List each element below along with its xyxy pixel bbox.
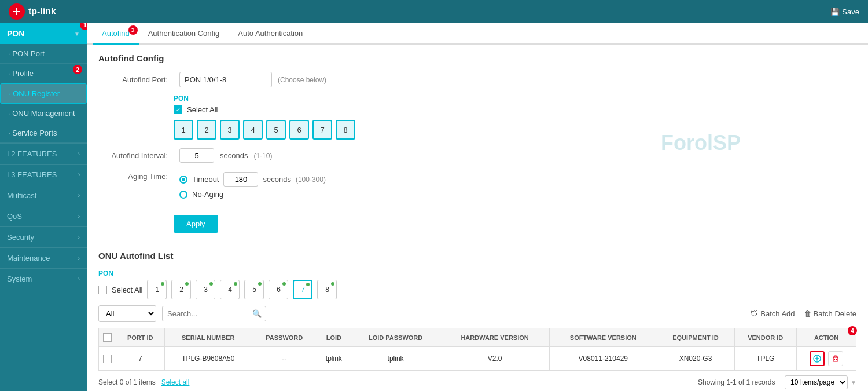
table-row: 7 TPLG-B9608A50 -- tplink tplink V2.0 V0… [99, 347, 856, 371]
th-port-id: PORT ID [116, 328, 165, 347]
noaging-radio-row: No-Aging [179, 190, 326, 199]
content-area: Autofind Config Autofind Port: (Choose b… [87, 45, 868, 391]
pon-config-btn-7[interactable]: 7 [312, 120, 332, 140]
chevron-right-icon: › [78, 171, 80, 178]
th-checkbox [99, 328, 116, 347]
pon-config-btn-2[interactable]: 2 [197, 120, 216, 140]
search-input[interactable] [162, 306, 266, 321]
pon-config-btn-6[interactable]: 6 [289, 120, 309, 140]
sidebar-item-onu-register[interactable]: · ONU Register [0, 83, 87, 104]
row-loid: tplink [317, 347, 351, 371]
pon-config-btn-4[interactable]: 4 [243, 120, 263, 140]
sidebar-item-service-ports[interactable]: · Service Ports [0, 123, 87, 143]
select-all-list-checkbox[interactable] [98, 286, 107, 294]
logo-icon [9, 3, 25, 20]
sidebar-item-l2-features[interactable]: L2 FEATURES › [0, 143, 87, 164]
pon-config-btn-1[interactable]: 1 [174, 120, 193, 140]
sidebar-item-l3-features[interactable]: L3 FEATURES › [0, 164, 87, 185]
footer-select-all-link[interactable]: Select all [161, 378, 190, 386]
pon-list-btn-3[interactable]: 3 [196, 280, 215, 299]
row-actions [796, 347, 856, 371]
pon-list-btn-7[interactable]: 7 [293, 280, 312, 299]
chevron-down-icon: ▼ [74, 31, 80, 37]
select-all-config-checkbox[interactable]: ✓ [174, 105, 182, 114]
batch-delete-button[interactable]: 🗑 Batch Delete [804, 309, 856, 318]
showing-records: Showing 1-1 of 1 records [698, 378, 775, 386]
autofind-port-input[interactable] [179, 72, 272, 87]
tabs-bar: Autofind 3 Authentication Config Auto Au… [87, 23, 868, 45]
search-wrapper: 🔍 [162, 306, 266, 321]
row-vendor-id: TPLG [734, 347, 796, 371]
autofind-interval-input[interactable] [179, 148, 214, 163]
table-select-all-checkbox[interactable] [103, 333, 112, 342]
table-actions: 🛡 Batch Add 🗑 Batch Delete [751, 309, 856, 318]
timeout-radio-row: Timeout seconds (100-300) [179, 172, 326, 187]
sidebar-item-multicast[interactable]: Multicast › [0, 185, 87, 206]
row-software-version: V08011-210429 [550, 347, 657, 371]
sidebar-item-pon-port[interactable]: · PON Port [0, 44, 87, 64]
sidebar-item-security[interactable]: Security › [0, 226, 87, 247]
pon-config-btn-3[interactable]: 3 [220, 120, 240, 140]
row-hardware-version: V2.0 [440, 347, 550, 371]
sidebar: PON ▼ 1 · PON Port · Profile 2 · ONU Reg… [0, 23, 87, 391]
sidebar-item-system[interactable]: System › [0, 268, 87, 289]
sidebar-item-onu-management[interactable]: · ONU Management [0, 104, 87, 123]
table-controls: All PON 1 PON 2 PON 3 PON 4 PON 5 PON 6 … [98, 305, 856, 322]
pon-config-btn-8[interactable]: 8 [336, 120, 355, 140]
pon-list-btn-6[interactable]: 6 [269, 280, 288, 299]
chevron-down-select-icon: ▼ [851, 379, 856, 386]
timeout-radio[interactable] [179, 176, 187, 184]
th-vendor-id: VENDOR ID [734, 328, 796, 347]
noaging-radio[interactable] [179, 191, 187, 199]
row-checkbox-cell [99, 347, 116, 371]
tab-auto-auth[interactable]: Auto Authentication [229, 23, 312, 45]
th-serial-number: SERIAL NUMBER [164, 328, 252, 347]
items-per-page-select[interactable]: 10 Items/page 20 Items/page 50 Items/pag… [785, 375, 848, 389]
chevron-right-icon: › [78, 234, 80, 240]
pon-list-btn-4[interactable]: 4 [220, 280, 240, 299]
row-checkbox[interactable] [103, 355, 112, 363]
logo-text: tp-link [28, 6, 56, 17]
main-content: Autofind 3 Authentication Config Auto Au… [87, 23, 868, 391]
pon-list-btn-1[interactable]: 1 [147, 280, 167, 299]
pon-list-btn-5[interactable]: 5 [244, 280, 264, 299]
th-password: PASSWORD [252, 328, 317, 347]
table-footer: Select 0 of 1 items Select all Showing 1… [98, 371, 856, 391]
sidebar-item-maintenance[interactable]: Maintenance › [0, 247, 87, 268]
pon-list-btn-8[interactable]: 8 [317, 280, 337, 299]
row-delete-action-icon[interactable] [828, 351, 843, 366]
footer-left: Select 0 of 1 items Select all [98, 378, 189, 386]
save-button[interactable]: 💾 Save [830, 8, 859, 16]
timeout-unit: seconds [263, 175, 290, 184]
tab-autofind[interactable]: Autofind 3 [93, 23, 139, 45]
pon-badge: 1 [80, 23, 87, 30]
filter-dropdown[interactable]: All PON 1 PON 2 PON 3 PON 4 PON 5 PON 6 … [98, 305, 156, 322]
select-all-config-row: ✓ Select All [174, 105, 856, 114]
chevron-right-icon: › [78, 192, 80, 199]
th-software-version: SOFTWARE VERSION [550, 328, 657, 347]
chevron-right-icon: › [78, 213, 80, 220]
sidebar-item-pon[interactable]: PON ▼ 1 [0, 23, 87, 44]
autofind-interval-row: Autofind Interval: seconds (1-10) [98, 148, 856, 163]
th-action: ACTION 4 [796, 328, 856, 347]
autofind-config-section: Autofind Config Autofind Port: (Choose b… [98, 53, 856, 233]
pon-config-btn-5[interactable]: 5 [266, 120, 286, 140]
apply-button[interactable]: Apply [174, 215, 218, 233]
sidebar-item-profile[interactable]: · Profile 2 [0, 64, 87, 83]
sidebar-item-qos[interactable]: QoS › [0, 206, 87, 226]
batch-add-button[interactable]: 🛡 Batch Add [751, 309, 795, 318]
row-password: -- [252, 347, 317, 371]
pon-list-btn-2[interactable]: 2 [171, 280, 191, 299]
pon-list-label: PON [98, 269, 856, 277]
th-loid: LOID [317, 328, 351, 347]
timeout-value-input[interactable] [223, 172, 258, 187]
autofind-port-hint: (Choose below) [278, 76, 326, 84]
tab-auth-config[interactable]: Authentication Config [139, 23, 229, 45]
pon-config-buttons: 1 2 3 4 5 6 7 8 [174, 120, 856, 140]
row-add-action-icon[interactable] [810, 351, 825, 366]
timeout-label: Timeout [192, 175, 219, 184]
th-hardware-version: HARDWARE VERSION [440, 328, 550, 347]
aging-time-label: Aging Time: [98, 172, 174, 181]
header: tp-link 💾 Save [0, 0, 868, 23]
timeout-range: (100-300) [296, 176, 326, 184]
